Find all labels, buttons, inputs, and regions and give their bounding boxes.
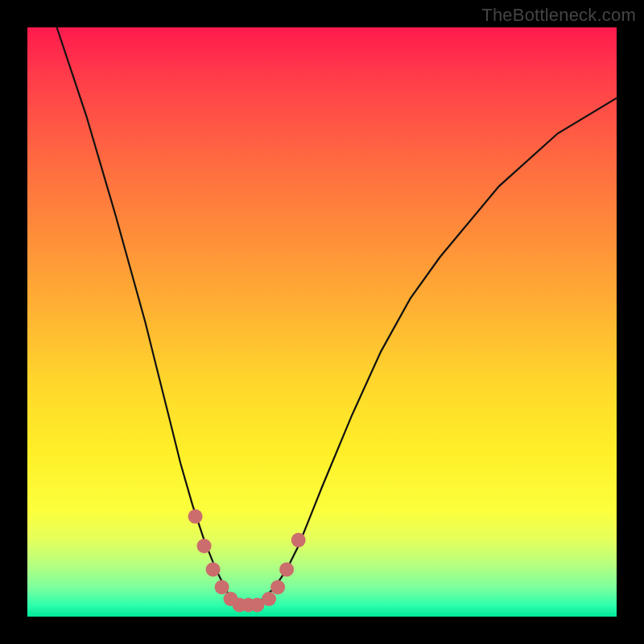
chart-svg [27,27,617,617]
marker-point [215,580,229,594]
marker-point [197,539,212,553]
chart-frame: TheBottleneck.com [0,0,644,644]
marker-point [262,592,276,606]
watermark-text: TheBottleneck.com [481,5,636,26]
marker-point [291,533,306,547]
plot-area [27,27,617,617]
marker-group [188,510,306,613]
marker-point [188,510,203,524]
bottleneck-curve [57,27,617,605]
marker-point [270,580,285,594]
marker-point [206,562,221,576]
marker-point [279,562,294,576]
